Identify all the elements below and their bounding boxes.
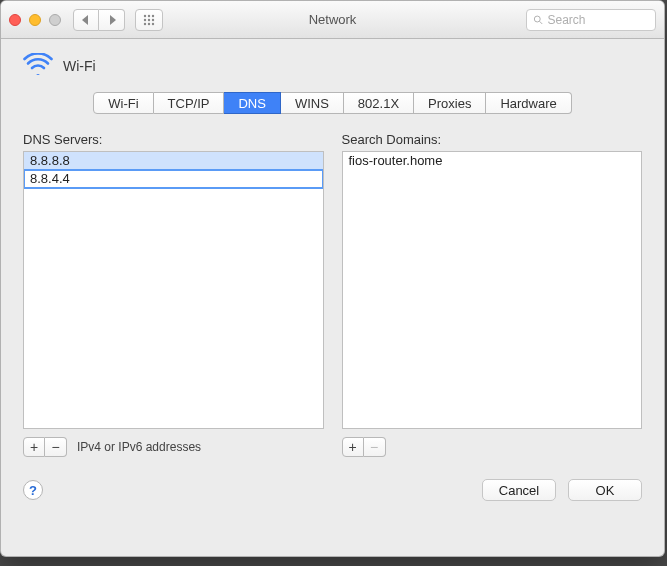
interface-header: Wi‑Fi: [23, 53, 642, 78]
search-domains-remove-button[interactable]: −: [364, 437, 386, 457]
ok-button[interactable]: OK: [568, 479, 642, 501]
svg-point-10: [152, 22, 154, 24]
search-domain-row[interactable]: fios-router.home: [343, 152, 642, 170]
svg-point-3: [148, 14, 150, 16]
dns-panel: DNS Servers: 8.8.8.8 8.8.4.4 + − IPv4 or…: [23, 132, 324, 457]
back-button[interactable]: [73, 9, 99, 31]
dns-row[interactable]: 8.8.8.8: [24, 152, 323, 170]
dns-hint: IPv4 or IPv6 addresses: [77, 440, 201, 454]
traffic-lights: [9, 14, 61, 26]
svg-point-7: [152, 18, 154, 20]
svg-point-5: [144, 18, 146, 20]
svg-marker-0: [82, 15, 88, 25]
chevron-right-icon: [108, 15, 116, 25]
dns-add-button[interactable]: +: [23, 437, 45, 457]
content: Wi‑Fi Wi‑Fi TCP/IP DNS WINS 802.1X Proxi…: [1, 39, 664, 517]
svg-point-11: [534, 16, 540, 22]
tab-wifi[interactable]: Wi‑Fi: [93, 92, 153, 114]
show-all-button[interactable]: [135, 9, 163, 31]
search-domains-controls: + −: [342, 437, 643, 457]
svg-point-9: [148, 22, 150, 24]
minimize-window-button[interactable]: [29, 14, 41, 26]
zoom-window-button[interactable]: [49, 14, 61, 26]
search-domains-listbox[interactable]: fios-router.home: [342, 151, 643, 429]
nav-buttons: [73, 9, 125, 31]
tab-dns[interactable]: DNS: [224, 92, 280, 114]
close-window-button[interactable]: [9, 14, 21, 26]
wifi-icon: [23, 53, 53, 78]
titlebar: Network: [1, 1, 664, 39]
grid-icon: [143, 14, 155, 26]
window: Network Wi‑Fi Wi‑Fi TCP/IP: [0, 0, 665, 557]
forward-button[interactable]: [99, 9, 125, 31]
tab-hardware[interactable]: Hardware: [486, 92, 571, 114]
chevron-left-icon: [82, 15, 90, 25]
svg-point-4: [152, 14, 154, 16]
footer-actions: Cancel OK: [482, 479, 642, 501]
search-domains-add-remove: + −: [342, 437, 386, 457]
tab-8021x[interactable]: 802.1X: [344, 92, 414, 114]
panels: DNS Servers: 8.8.8.8 8.8.4.4 + − IPv4 or…: [23, 132, 642, 457]
help-button[interactable]: ?: [23, 480, 43, 500]
tab-wins[interactable]: WINS: [281, 92, 344, 114]
svg-point-2: [144, 14, 146, 16]
dns-controls: + − IPv4 or IPv6 addresses: [23, 437, 324, 457]
svg-marker-1: [110, 15, 116, 25]
dns-remove-button[interactable]: −: [45, 437, 67, 457]
svg-point-8: [144, 22, 146, 24]
search-input[interactable]: [548, 13, 650, 27]
dns-row[interactable]: 8.8.4.4: [24, 170, 323, 188]
tabbar: Wi‑Fi TCP/IP DNS WINS 802.1X Proxies Har…: [23, 92, 642, 114]
search-domains-add-button[interactable]: +: [342, 437, 364, 457]
tab-proxies[interactable]: Proxies: [414, 92, 486, 114]
search-field-wrap[interactable]: [526, 9, 656, 31]
dns-listbox[interactable]: 8.8.8.8 8.8.4.4: [23, 151, 324, 429]
interface-label: Wi‑Fi: [63, 58, 96, 74]
svg-point-6: [148, 18, 150, 20]
tab-tcpip[interactable]: TCP/IP: [154, 92, 225, 114]
dns-add-remove: + −: [23, 437, 67, 457]
svg-line-12: [540, 21, 543, 24]
cancel-button[interactable]: Cancel: [482, 479, 556, 501]
search-domains-panel: Search Domains: fios-router.home + −: [342, 132, 643, 457]
search-domains-label: Search Domains:: [342, 132, 643, 147]
dns-label: DNS Servers:: [23, 132, 324, 147]
footer: ? Cancel OK: [23, 479, 642, 501]
search-icon: [533, 14, 544, 26]
